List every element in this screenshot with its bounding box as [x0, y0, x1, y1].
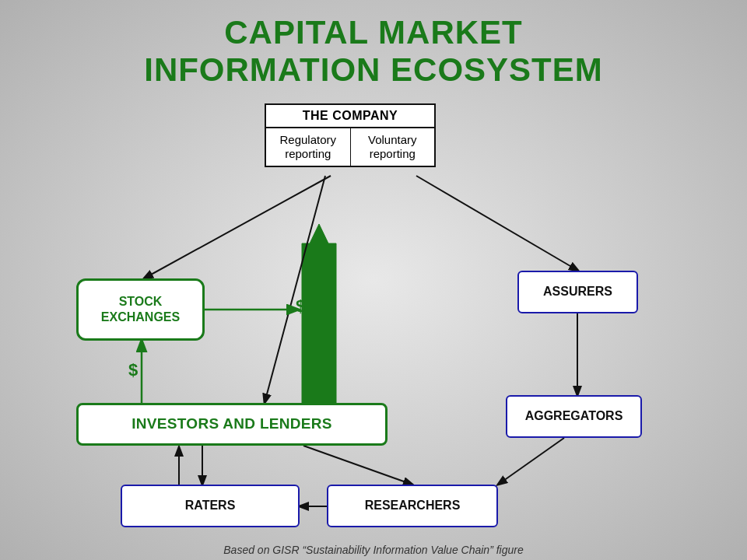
raters-label: RATERS	[185, 499, 236, 513]
regulatory-reporting: Regulatory reporting	[266, 128, 351, 166]
aggregators-box: AGGREGATORS	[506, 395, 642, 438]
title-line1: CAPITAL MARKET	[0, 14, 747, 51]
stock-exchanges-box: STOCK EXCHANGES	[76, 278, 205, 341]
investors-lenders-label: INVESTORS AND LENDERS	[132, 415, 332, 432]
stock-exchanges-label: STOCK EXCHANGES	[79, 294, 202, 324]
dollar-sign-vertical: $	[128, 360, 138, 380]
company-title: THE COMPANY	[266, 105, 434, 128]
svg-line-9	[498, 438, 564, 485]
assurers-box: ASSURERS	[517, 271, 638, 313]
dollar-sign-horizontal: $	[296, 296, 305, 317]
title-line2: INFORMATION ECOSYSTEM	[0, 51, 747, 89]
researchers-label: RESEARCHERS	[365, 499, 461, 513]
aggregators-label: AGGREGATORS	[525, 409, 623, 423]
svg-line-3	[265, 176, 325, 403]
svg-line-7	[303, 446, 412, 485]
assurers-label: ASSURERS	[543, 285, 612, 299]
svg-line-2	[416, 176, 578, 271]
raters-box: RATERS	[121, 485, 300, 527]
researchers-box: RESEARCHERS	[327, 485, 498, 527]
page-title: CAPITAL MARKET INFORMATION ECOSYSTEM	[0, 0, 747, 89]
company-box: THE COMPANY Regulatory reporting Volunta…	[265, 103, 436, 167]
investors-lenders-box: INVESTORS AND LENDERS	[76, 403, 388, 446]
svg-line-1	[144, 176, 331, 278]
voluntary-reporting: Voluntary reporting	[351, 128, 435, 166]
svg-marker-0	[302, 224, 336, 403]
diagram-area: THE COMPANY Regulatory reporting Volunta…	[23, 103, 724, 539]
footnote: Based on GISR “Sustainability Informatio…	[0, 544, 747, 556]
